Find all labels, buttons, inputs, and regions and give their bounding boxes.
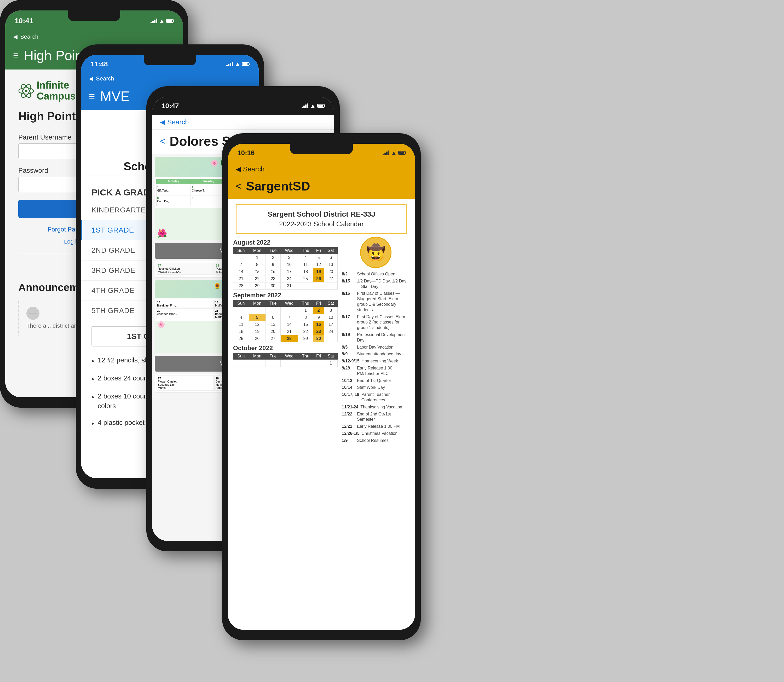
event-date: 12/22: [342, 411, 355, 422]
signal-icon: [301, 104, 308, 108]
signal-icon: [151, 19, 157, 23]
event-desc: Professional Development Day: [357, 332, 410, 343]
event-desc: First Day of Classes Elem group 2 (no cl…: [357, 314, 410, 331]
event-desc: Staff Work Day: [357, 385, 385, 390]
phone4-time: 10:16: [237, 149, 255, 157]
wifi-icon: ▲: [391, 150, 397, 156]
event-date: 10/17, 19: [342, 392, 359, 403]
logo-text: Infinite Campus: [37, 80, 76, 102]
phone4-status-icons: ▲: [382, 150, 406, 156]
bullet: •: [91, 392, 94, 402]
phone1-status-icons: ▲: [151, 18, 174, 24]
bfast-cell: 13Breakfast Frm..: [156, 300, 214, 308]
phone3-status-icons: ▲: [301, 102, 325, 109]
event-item: 1/9 School Resumes: [342, 437, 410, 444]
phone2-hamburger-icon[interactable]: ≡: [89, 91, 95, 102]
back-arrow-icon[interactable]: <: [160, 136, 166, 147]
event-date: 10/14: [342, 385, 355, 390]
event-desc: Homecoming Week: [362, 359, 398, 364]
phone2-back-label: Search: [96, 75, 114, 82]
event-date: 8/15: [342, 279, 355, 290]
event-date: 10/13: [342, 378, 355, 384]
phone4-title: SargentSD: [246, 179, 310, 193]
wifi-icon: ▲: [235, 61, 241, 67]
event-item: 12/26-1/5 Christmas Vacation: [342, 430, 410, 437]
phone4-device: 10:16 ▲ ◀ Search < SargentSD: [222, 133, 421, 640]
phone3-back-arrow[interactable]: ◀: [160, 118, 165, 126]
sargent-main-content: August 2022 SunMonTueWedThuFriSat 123456…: [228, 237, 415, 444]
flower-decoration: 🌺: [157, 229, 167, 238]
event-date: 9/28: [342, 366, 355, 376]
phone1-back-arrow[interactable]: ◀: [13, 33, 18, 40]
event-desc: School Resumes: [357, 438, 389, 443]
cal-cell: 2Cheese T...: [191, 185, 226, 196]
event-item: 8/16 First Day of Classes —Staggered Sta…: [342, 290, 410, 313]
phone2-header-title: MVE: [100, 88, 130, 104]
event-desc: End of 2nd Qtr/1st Semester: [357, 411, 410, 422]
september-calendar: SunMonTueWedThuFriSat 123 45678910 11121…: [233, 300, 338, 342]
phone3-back-bar[interactable]: ◀ Search: [152, 115, 334, 130]
event-item: 8/19 Professional Development Day: [342, 331, 410, 344]
battery-icon: [398, 151, 406, 155]
event-desc: Parent Teacher Conferences: [362, 392, 410, 403]
phone1-back-label: Search: [20, 33, 38, 40]
event-desc: Labor Day Vacation: [357, 345, 393, 350]
sargent-calendar-tables: August 2022 SunMonTueWedThuFriSat 123456…: [233, 237, 338, 444]
event-item: 8/15 1/2 Day—PD Day, 1/2 Day—Staff Day: [342, 278, 410, 290]
phone3-back-label: Search: [167, 118, 189, 126]
event-item: 10/17, 19 Parent Teacher Conferences: [342, 391, 410, 404]
menu-item: 27Flower OmeletSausage LinkMuffin: [156, 376, 214, 390]
event-desc: School Offices Open: [357, 271, 395, 277]
event-date: 8/19: [342, 332, 355, 343]
hamburger-icon[interactable]: ≡: [13, 50, 19, 61]
phone4-back-label: Search: [243, 165, 265, 173]
phone4-back-arrow[interactable]: ◀: [236, 165, 241, 173]
event-date: 9/5: [342, 345, 355, 350]
event-item: 11/21-24 Thanksgiving Vacation: [342, 404, 410, 411]
event-desc: End of 1st Quarter: [357, 378, 391, 384]
bullet: •: [91, 418, 94, 429]
phone1-back-bar[interactable]: ◀ Search: [5, 31, 183, 42]
cal-cell: 1Gift Tart...: [156, 185, 191, 196]
announcement-icon: —: [26, 307, 40, 320]
events-list: 8/2 School Offices Open 8/15 1/2 Day—PD …: [342, 271, 410, 444]
battery-icon: [166, 19, 174, 23]
event-date: 12/22: [342, 424, 355, 429]
event-item: 9/9 Student attendance day: [342, 351, 410, 358]
phone2-back-arrow[interactable]: ◀: [89, 75, 93, 82]
flower-icon: 🌸: [210, 159, 218, 167]
phone4-body: Sargent School District RE-33J 2022-2023…: [228, 199, 415, 630]
event-date: 9/9: [342, 351, 355, 357]
phone4-back-bar[interactable]: ◀ Search: [228, 162, 415, 176]
mascot-image: 🤠: [360, 237, 392, 268]
phone2-status-icons: ▲: [226, 61, 249, 67]
battery-icon: [242, 62, 249, 66]
signal-icon: [382, 150, 389, 155]
wifi-icon: ▲: [310, 102, 316, 109]
cal-cell: 8Corn Dog...: [156, 196, 191, 206]
event-desc: First Day of Classes —Staggered Start, E…: [357, 291, 410, 312]
event-desc: Early Release 1:00 PM/Teacher PLC: [357, 366, 410, 376]
phone4-header: < SargentSD: [228, 176, 415, 199]
signal-icon: [226, 62, 233, 66]
bullet: •: [91, 374, 94, 384]
phone1-time: 10:41: [14, 17, 33, 25]
event-item: 10/14 Staff Work Day: [342, 384, 410, 391]
phone2-back-bar[interactable]: ◀ Search: [81, 73, 259, 84]
sargent-right-panel: 🤠 8/2 School Offices Open 8/15 1/2 Day—P…: [342, 237, 410, 444]
phone2-time: 11:48: [91, 60, 108, 68]
september-title: September 2022: [233, 290, 338, 300]
wifi-icon: ▲: [159, 18, 165, 24]
event-date: 8/16: [342, 291, 355, 312]
event-desc: Student attendance day: [357, 351, 401, 357]
phone3-time: 10:47: [161, 102, 179, 110]
event-date: 8/2: [342, 271, 355, 277]
event-desc: 1/2 Day—PD Day, 1/2 Day—Staff Day: [357, 279, 410, 290]
phone4-nav-back[interactable]: <: [236, 180, 242, 192]
august-title: August 2022: [233, 237, 338, 247]
phone4-screen: 10:16 ▲ ◀ Search < SargentSD: [228, 144, 415, 630]
flower-icon: 🌸: [157, 321, 165, 328]
event-item: 10/13 End of 1st Quarter: [342, 377, 410, 384]
infinite-campus-icon: [18, 83, 34, 99]
svg-point-3: [25, 90, 27, 92]
